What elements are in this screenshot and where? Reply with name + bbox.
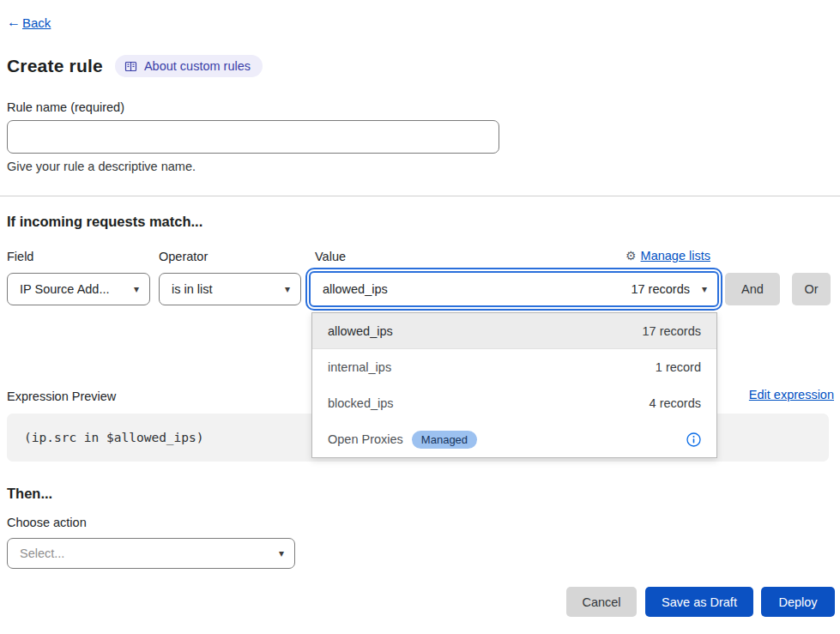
page-title: Create rule [7,56,103,76]
create-rule-page: ←Back Create rule About custom rules Rul… [0,0,840,634]
list-name: allowed_ips [328,324,393,338]
rule-name-helper-text: Give your rule a descriptive name. [7,160,196,173]
match-section-heading: If incoming requests match... [7,214,202,230]
expression-preview-label: Expression Preview [7,389,116,403]
operator-select[interactable]: is in list ▾ [159,273,301,305]
action-select-placeholder: Select... [20,546,64,560]
cancel-button[interactable]: Cancel [566,587,637,617]
list-record-count: 1 record [656,360,701,374]
manage-lists-label: Manage lists [641,249,710,263]
list-name: blocked_ips [328,396,394,410]
save-as-draft-button[interactable]: Save as Draft [645,587,753,617]
operator-select-value: is in list [172,282,213,296]
rule-name-label: Rule name (required) [7,100,124,114]
choose-action-select[interactable]: Select... ▾ [7,538,295,569]
dropdown-item-internal-ips[interactable]: internal_ips 1 record [312,349,716,385]
back-link[interactable]: ←Back [7,15,51,30]
field-select-value: IP Source Add... [20,282,110,296]
info-icon[interactable] [686,432,701,447]
list-record-count: 4 records [650,396,701,410]
book-icon [124,60,137,73]
dropdown-item-allowed-ips[interactable]: allowed_ips 17 records [312,313,716,349]
list-name: Open Proxies [328,432,403,446]
and-button[interactable]: And [725,273,780,305]
chevron-down-icon: ▾ [134,284,139,294]
operator-label: Operator [159,250,208,263]
dropdown-item-blocked-ips[interactable]: blocked_ips 4 records [312,385,716,421]
title-row: Create rule About custom rules [7,55,263,77]
value-select-focus-ring: allowed_ips 17 records ▾ [305,268,722,311]
value-select-meta: 17 records [631,282,690,296]
value-select[interactable]: allowed_ips 17 records ▾ [309,271,719,307]
chevron-down-icon: ▾ [285,284,290,294]
list-name: internal_ips [328,360,391,374]
gear-icon: ⚙ [625,249,637,263]
field-select[interactable]: IP Source Add... ▾ [7,273,150,305]
section-divider [0,196,840,196]
about-custom-rules-badge[interactable]: About custom rules [115,55,263,77]
edit-expression-link[interactable]: Edit expression [749,388,834,402]
value-select-value: allowed_ips [323,282,388,296]
about-badge-label: About custom rules [144,59,251,73]
value-dropdown-panel: allowed_ips 17 records internal_ips 1 re… [311,312,717,458]
deploy-button[interactable]: Deploy [761,587,835,617]
chevron-down-icon: ▾ [279,548,284,559]
value-label: Value [315,250,346,263]
field-label: Field [7,250,33,263]
manage-lists-link[interactable]: ⚙ Manage lists [625,249,710,263]
chevron-down-icon: ▾ [702,284,707,294]
expression-code: (ip.src in $allowed_ips) [24,431,204,444]
choose-action-label: Choose action [7,516,87,529]
or-button[interactable]: Or [792,273,831,305]
back-link-label: Back [22,15,51,30]
then-section-heading: Then... [7,486,52,502]
dropdown-item-open-proxies[interactable]: Open Proxies Managed [312,421,716,457]
managed-badge: Managed [412,431,477,449]
list-record-count: 17 records [642,324,701,338]
back-arrow-icon: ← [7,15,21,30]
rule-name-input[interactable] [7,120,499,154]
